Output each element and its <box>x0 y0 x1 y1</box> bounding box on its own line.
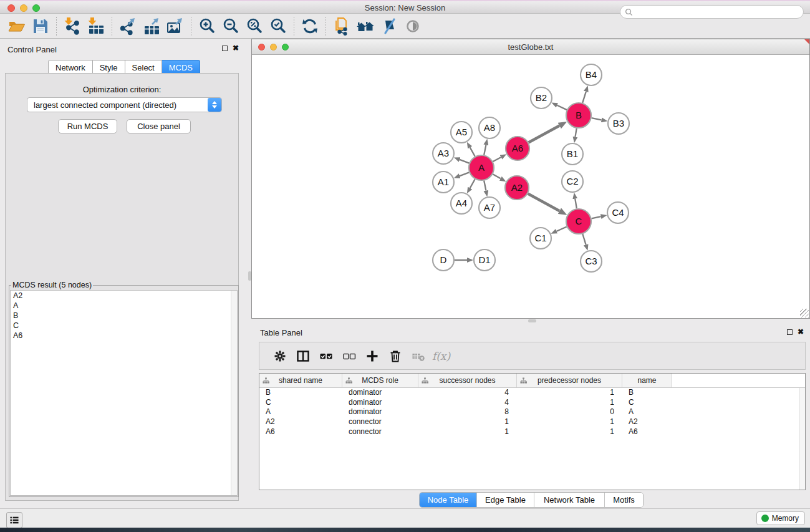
tab-node-table[interactable]: Node Table <box>420 493 476 507</box>
table-row[interactable]: Cdominator41C <box>259 398 805 408</box>
select-all-checkboxes-button[interactable] <box>314 346 337 367</box>
hide-selected-button[interactable] <box>377 16 401 37</box>
tab-network-table[interactable]: Network Table <box>534 493 604 507</box>
export-network-button[interactable] <box>116 16 140 37</box>
column-header-name[interactable]: name <box>622 374 672 387</box>
graph-node-D[interactable]: D <box>433 249 454 271</box>
edge-A-A6[interactable] <box>493 157 501 162</box>
search-input[interactable] <box>635 6 803 17</box>
result-item[interactable]: A2 <box>11 291 237 301</box>
graph-node-A3[interactable]: A3 <box>433 143 454 164</box>
graph-node-B4[interactable]: B4 <box>581 64 602 85</box>
result-item[interactable]: A6 <box>11 331 237 341</box>
edge-A-A3[interactable] <box>460 160 469 163</box>
table-row[interactable]: A2connector11A2 <box>259 417 805 427</box>
show-all-button[interactable] <box>401 16 425 37</box>
column-header-successor-nodes[interactable]: successor nodes <box>418 374 517 387</box>
new-network-from-selection-button[interactable] <box>330 16 354 37</box>
settings-button[interactable] <box>268 346 291 367</box>
column-header-MCDS-role[interactable]: MCDS role <box>342 374 418 387</box>
show-panels-button[interactable] <box>6 512 22 528</box>
tab-motifs[interactable]: Motifs <box>604 493 643 507</box>
export-table-button[interactable] <box>140 16 163 37</box>
graph-node-D1[interactable]: D1 <box>474 249 495 271</box>
edge-A-A7[interactable] <box>484 181 486 191</box>
edge-B-B4[interactable] <box>582 92 586 103</box>
graph-node-A6[interactable]: A6 <box>506 137 529 160</box>
graph-node-C3[interactable]: C3 <box>581 251 602 272</box>
export-image-button[interactable] <box>163 16 187 37</box>
table-row[interactable]: Bdominator41B <box>259 388 805 398</box>
result-item[interactable]: C <box>11 321 237 331</box>
run-mcds-button[interactable]: Run MCDS <box>58 119 117 133</box>
graph-node-A8[interactable]: A8 <box>479 117 500 138</box>
edge-A-A8[interactable] <box>484 145 486 155</box>
edge-C-C3[interactable] <box>582 234 586 244</box>
memory-button[interactable]: Memory <box>756 511 805 525</box>
vertical-scroll-thumb[interactable] <box>248 271 251 281</box>
import-table-button[interactable] <box>84 16 108 37</box>
unselect-all-checkboxes-button[interactable] <box>337 346 360 367</box>
graph-node-C[interactable]: C <box>566 209 591 234</box>
zoom-in-button[interactable] <box>195 16 219 37</box>
search-field[interactable] <box>620 5 804 19</box>
graph-node-B1[interactable]: B1 <box>562 143 583 165</box>
graph-node-A5[interactable]: A5 <box>451 122 472 143</box>
graph-node-A1[interactable]: A1 <box>433 172 454 193</box>
toolbar-separator <box>112 17 112 36</box>
toggle-column-button[interactable] <box>291 346 314 367</box>
graph-node-B3[interactable]: B3 <box>608 113 629 134</box>
open-session-button[interactable] <box>5 16 29 37</box>
edge-A6-B[interactable] <box>529 126 560 143</box>
import-network-button[interactable] <box>60 16 84 37</box>
close-panel-icon[interactable]: ✖ <box>233 44 239 52</box>
close-panel-button[interactable]: Close panel <box>127 119 191 133</box>
edge-A-A5[interactable] <box>470 147 475 156</box>
edge-A-A1[interactable] <box>460 172 469 176</box>
edge-A2-C[interactable] <box>528 194 560 211</box>
float-table-panel-icon[interactable] <box>787 329 793 335</box>
column-header-shared-name[interactable]: shared name <box>259 374 342 387</box>
control-panel: Control Panel ✖ NetworkStyleSelectMCDS O… <box>0 39 244 508</box>
column-header-predecessor-nodes[interactable]: predecessor nodes <box>517 374 622 387</box>
edge-C-C2[interactable] <box>575 199 577 209</box>
result-scrollbar[interactable] <box>231 291 237 495</box>
graph-node-C4[interactable]: C4 <box>607 202 629 223</box>
network-canvas[interactable]: B4B2BB3A5A8A6B1A3AC2A1A2A4A7C4CC1C3DD1 <box>252 55 809 318</box>
horizontal-scroll-thumb[interactable] <box>528 319 536 322</box>
edge-B-B3[interactable] <box>592 118 602 120</box>
refresh-button[interactable] <box>298 16 322 37</box>
edge-A-A2[interactable] <box>493 174 501 178</box>
edge-C-C4[interactable] <box>592 216 601 218</box>
graph-node-A7[interactable]: A7 <box>479 197 500 218</box>
graph-node-C1[interactable]: C1 <box>530 228 551 249</box>
table-row[interactable]: Adominator80A <box>259 407 805 417</box>
edge-B-B2[interactable] <box>557 105 567 110</box>
tab-edge-table[interactable]: Edge Table <box>476 493 534 507</box>
zoom-out-button[interactable] <box>219 16 243 37</box>
edge-B-B1[interactable] <box>576 128 577 137</box>
graph-node-A[interactable]: A <box>469 155 494 180</box>
table-row[interactable]: A6connector11A6 <box>259 427 805 437</box>
graph-node-A2[interactable]: A2 <box>505 176 529 200</box>
resize-grip[interactable] <box>800 309 809 317</box>
criterion-dropdown[interactable]: largest connected component (directed) <box>27 97 222 112</box>
zoom-selected-button[interactable] <box>266 16 290 37</box>
save-session-button[interactable] <box>29 16 52 37</box>
edge-C-C1[interactable] <box>557 227 567 231</box>
delete-row-button[interactable] <box>383 346 407 367</box>
unselect-all-checkboxes-icon <box>342 349 357 364</box>
graph-node-A4[interactable]: A4 <box>451 193 472 214</box>
toggle-column-icon <box>296 349 311 364</box>
close-table-panel-icon[interactable]: ✖ <box>798 328 804 336</box>
float-panel-icon[interactable] <box>222 46 228 51</box>
edge-A-A4[interactable] <box>470 179 475 188</box>
graph-node-C2[interactable]: C2 <box>562 171 583 192</box>
graph-node-B[interactable]: B <box>566 103 591 128</box>
result-item[interactable]: B <box>11 311 237 321</box>
zoom-fit-button[interactable] <box>243 16 266 37</box>
result-item[interactable]: A <box>11 301 237 311</box>
first-neighbors-button[interactable] <box>354 16 377 37</box>
graph-node-B2[interactable]: B2 <box>531 87 552 109</box>
add-row-button[interactable] <box>360 346 383 367</box>
